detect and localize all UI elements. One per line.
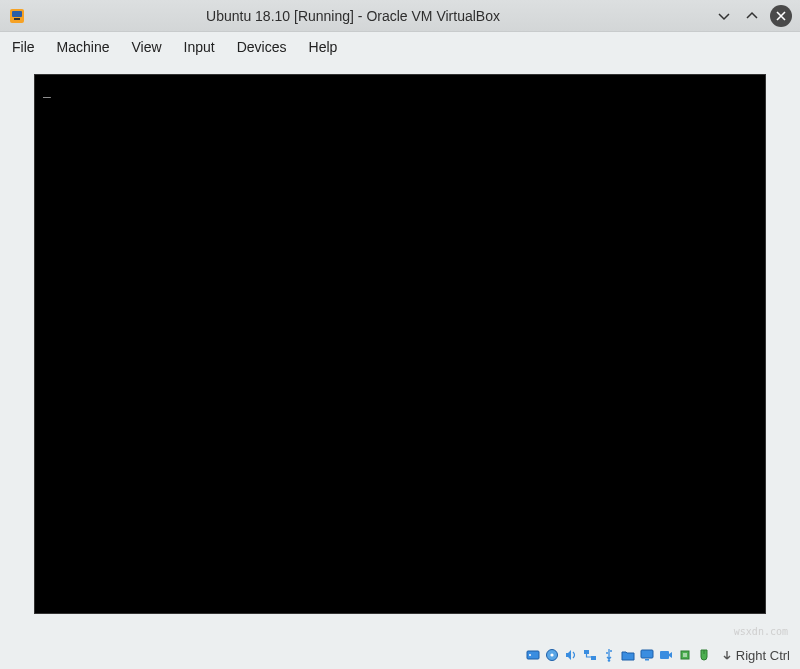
vm-display[interactable]: _ <box>34 74 766 614</box>
svg-rect-11 <box>645 659 649 661</box>
svg-rect-3 <box>527 651 539 659</box>
mouse-integration-icon[interactable] <box>696 647 712 663</box>
cpu-icon[interactable] <box>677 647 693 663</box>
display-icon[interactable] <box>639 647 655 663</box>
menu-input[interactable]: Input <box>182 35 217 59</box>
minimize-button[interactable] <box>714 6 734 26</box>
svg-rect-12 <box>660 651 669 659</box>
svg-point-6 <box>550 653 553 656</box>
close-button[interactable] <box>770 5 792 27</box>
audio-icon[interactable] <box>563 647 579 663</box>
usb-icon[interactable] <box>601 647 617 663</box>
vm-text-cursor: _ <box>43 83 51 98</box>
window-controls <box>714 5 792 27</box>
svg-rect-10 <box>641 650 653 658</box>
optical-drive-icon[interactable] <box>544 647 560 663</box>
hard-disk-icon[interactable] <box>525 647 541 663</box>
svg-rect-7 <box>584 650 589 654</box>
svg-rect-14 <box>683 653 687 657</box>
svg-point-9 <box>608 659 611 662</box>
statusbar: Right Ctrl <box>525 647 790 663</box>
recording-icon[interactable] <box>658 647 674 663</box>
titlebar: Ubuntu 18.10 [Running] - Oracle VM Virtu… <box>0 0 800 32</box>
menu-view[interactable]: View <box>129 35 163 59</box>
menubar: File Machine View Input Devices Help <box>0 32 800 62</box>
keyboard-arrow-icon <box>721 649 733 661</box>
shared-folders-icon[interactable] <box>620 647 636 663</box>
svg-point-4 <box>529 654 531 656</box>
menu-machine[interactable]: Machine <box>55 35 112 59</box>
host-key-label: Right Ctrl <box>736 648 790 663</box>
maximize-button[interactable] <box>742 6 762 26</box>
window-title: Ubuntu 18.10 [Running] - Oracle VM Virtu… <box>0 8 714 24</box>
menu-help[interactable]: Help <box>307 35 340 59</box>
watermark: wsxdn.com <box>734 626 788 637</box>
menu-devices[interactable]: Devices <box>235 35 289 59</box>
host-key-indicator[interactable]: Right Ctrl <box>721 648 790 663</box>
menu-file[interactable]: File <box>10 35 37 59</box>
network-icon[interactable] <box>582 647 598 663</box>
